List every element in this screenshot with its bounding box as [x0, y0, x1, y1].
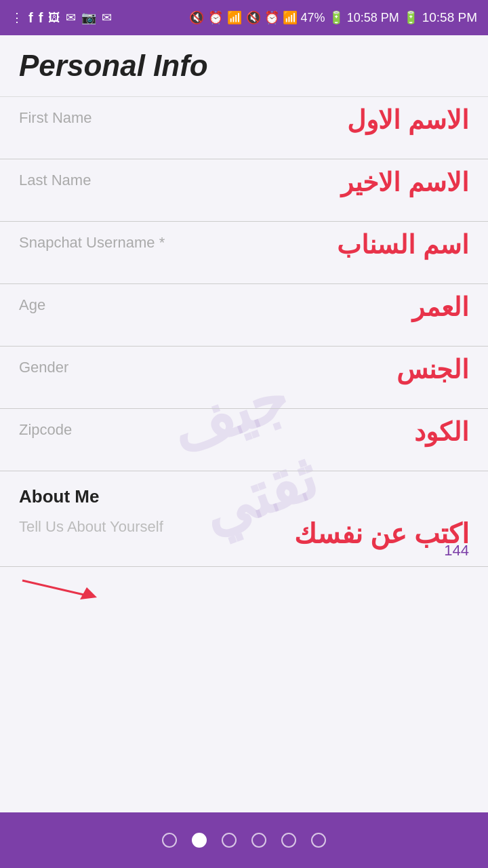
age-field: العمر Age	[0, 284, 488, 347]
page-dot-2[interactable]	[192, 833, 207, 848]
gender-field: الجنس Gender	[0, 347, 488, 409]
arrow-row	[0, 567, 488, 605]
gender-arabic: الجنس	[396, 355, 469, 384]
zipcode-input[interactable]	[19, 443, 469, 464]
clock: 10:58 PM	[422, 10, 477, 25]
age-input[interactable]	[19, 318, 469, 339]
last-name-arabic: الاسم الاخير	[341, 167, 469, 197]
status-bar: ⋮ f f 🖼 ✉ 📷 ✉ 🔇 ⏰ 📶 🔇 ⏰ 📶 47% 🔋 10:58 PM…	[0, 0, 488, 35]
first-name-field: الاسم الاول First Name	[0, 97, 488, 159]
header: Personal Info	[0, 35, 488, 97]
page-dot-1[interactable]	[162, 833, 177, 848]
page-dot-6[interactable]	[311, 833, 326, 848]
page-dot-5[interactable]	[281, 833, 296, 848]
about-me-section-label: About Me	[0, 471, 488, 513]
alarm-icon: ⏰	[208, 10, 223, 25]
zipcode-arabic: الكود	[414, 417, 469, 447]
zipcode-field: الكود Zipcode	[0, 409, 488, 471]
snapchat-field: اسم السناب Snapchat Username *	[0, 222, 488, 284]
last-name-field: الاسم الاخير Last Name	[0, 159, 488, 222]
status-right-icons: 🔇 ⏰ 📶 🔇 ⏰ 📶 47% 🔋 10:58 PM 🔋 10:58 PM	[189, 10, 477, 25]
age-label: Age	[19, 296, 469, 314]
zipcode-label: Zipcode	[19, 421, 469, 439]
char-count: 144	[444, 542, 469, 559]
status-left-icons: ⋮ f f 🖼 ✉ 📷 ✉	[11, 10, 112, 26]
page-dot-4[interactable]	[251, 833, 266, 848]
svg-line-0	[22, 580, 87, 595]
battery-percent: 🔇 ⏰ 📶 47% 🔋 10:58 PM	[246, 10, 399, 25]
first-name-arabic: الاسم الاول	[347, 105, 469, 135]
age-arabic: العمر	[412, 292, 469, 322]
about-me-field: Tell Us About Yourself اكتب عن نفسك 144	[0, 513, 488, 567]
battery-icon: 🔋	[403, 10, 418, 25]
bottom-nav	[0, 812, 488, 868]
arrow-icon	[19, 574, 100, 601]
page-title: Personal Info	[19, 49, 469, 83]
form-area: جيف ثقتي الاسم الاول First Name الاسم ال…	[0, 97, 488, 812]
page-dot-3[interactable]	[222, 833, 237, 848]
wifi-icon: 📶	[227, 10, 242, 25]
svg-marker-1	[80, 587, 97, 599]
form-content: الاسم الاول First Name الاسم الاخير Last…	[0, 97, 488, 605]
snapchat-arabic: اسم السناب	[337, 230, 469, 260]
mute-icon: 🔇	[189, 10, 204, 25]
about-me-arabic: اكتب عن نفسك	[294, 518, 469, 549]
